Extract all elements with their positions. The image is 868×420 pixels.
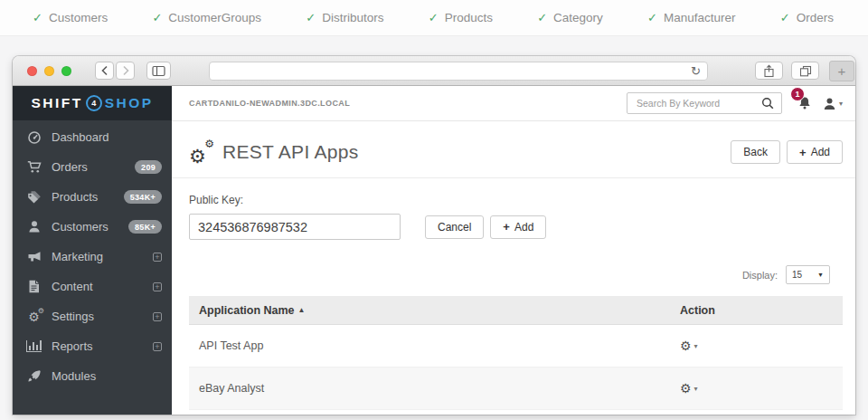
search-icon[interactable]: [761, 97, 774, 110]
apps-table: Application Name ▲ Action API Test App ⚙…: [189, 296, 843, 410]
gear-icon: ⚙: [680, 382, 692, 395]
cogs-icon: ⚙ ⚙: [189, 140, 214, 164]
sidebar-item-label: Settings: [52, 310, 153, 323]
sidebar-item-label: Orders: [52, 160, 135, 174]
share-button[interactable]: [755, 62, 783, 80]
topbar-item-label: Products: [445, 11, 493, 24]
sidebar-item-modules[interactable]: Modules: [13, 361, 172, 391]
bar-chart-icon: [25, 340, 42, 352]
display-selected-value: 15: [792, 270, 802, 280]
column-header-label: Application Name: [199, 304, 295, 317]
logo-text-right: SHOP: [105, 95, 154, 111]
user-icon: [25, 220, 42, 234]
add-button-top[interactable]: + Add: [787, 140, 843, 164]
public-key-input[interactable]: [189, 214, 401, 240]
notifications-button[interactable]: 1: [797, 96, 812, 110]
sidebar-item-label: Content: [52, 280, 153, 293]
expand-plus-icon[interactable]: +: [153, 342, 162, 351]
check-icon: ✓: [306, 11, 316, 24]
back-button-label: Back: [743, 146, 768, 158]
chevron-down-icon: ▼: [817, 272, 824, 278]
check-icon: ✓: [429, 11, 439, 24]
sidebar-item-marketing[interactable]: Marketing +: [13, 242, 172, 272]
orders-count-badge: 209: [135, 160, 162, 174]
sidebar-toggle-button[interactable]: [146, 62, 171, 80]
sidebar-panel-icon: [152, 65, 165, 77]
plus-icon: +: [503, 221, 510, 233]
plus-icon: +: [838, 63, 846, 79]
topbar-item-customers: ✓ Customers: [33, 11, 108, 24]
header-divider: [172, 177, 855, 178]
minimize-window-button[interactable]: [44, 66, 54, 76]
topbar-item-distributors: ✓ Distributors: [306, 11, 383, 24]
check-icon: ✓: [780, 11, 790, 24]
products-count-badge: 534K+: [124, 190, 162, 204]
admin-app: SHIFT 4 SHOP Dashboard Orders 209: [13, 86, 855, 415]
gear-icon: ⚙: [680, 339, 692, 352]
browser-window: ↻ + SHIFT 4 SHOP: [13, 56, 855, 415]
sidebar-item-label: Customers: [52, 220, 128, 234]
check-icon: ✓: [152, 11, 162, 24]
back-button[interactable]: Back: [731, 140, 780, 164]
column-header-application-name[interactable]: Application Name ▲: [189, 304, 680, 317]
add-button-label: Add: [811, 146, 830, 158]
plus-icon: +: [799, 147, 807, 158]
reload-icon[interactable]: ↻: [691, 65, 701, 77]
expand-plus-icon[interactable]: +: [153, 312, 162, 321]
keyword-search-box[interactable]: [627, 92, 782, 114]
file-icon: [25, 280, 42, 293]
row-action-menu[interactable]: ⚙ ▾: [680, 339, 843, 352]
cart-icon: [25, 160, 42, 174]
search-input[interactable]: [635, 97, 761, 110]
gears-icon: ⚙ ⚙: [25, 310, 42, 323]
logo-number-badge: 4: [86, 95, 102, 111]
expand-plus-icon[interactable]: +: [153, 282, 162, 291]
shift4shop-logo[interactable]: SHIFT 4 SHOP: [13, 86, 172, 120]
display-count-select[interactable]: 15 ▼: [786, 265, 830, 284]
topbar-item-label: Orders: [797, 11, 834, 24]
expand-plus-icon[interactable]: +: [153, 253, 162, 262]
address-bar[interactable]: ↻: [209, 62, 708, 81]
tab-overview-button[interactable]: [791, 62, 819, 80]
sidebar-item-label: Products: [52, 190, 124, 204]
sidebar-item-content[interactable]: Content +: [13, 272, 172, 301]
sidebar-item-orders[interactable]: Orders 209: [13, 152, 172, 182]
column-header-action: Action: [680, 304, 843, 317]
gauge-icon: [25, 130, 42, 145]
chevron-down-icon: ▾: [839, 100, 843, 108]
check-icon: ✓: [33, 11, 42, 24]
chevron-right-icon: [121, 65, 130, 76]
browser-chrome: ↻ +: [13, 56, 855, 86]
megaphone-icon: [25, 251, 42, 263]
public-key-label: Public Key:: [189, 194, 843, 206]
tags-icon: [25, 190, 42, 204]
zoom-window-button[interactable]: [61, 66, 71, 76]
validation-topbar: ✓ Customers ✓ CustomerGroups ✓ Distribut…: [0, 0, 868, 36]
browser-forward-button[interactable]: [116, 62, 135, 80]
rocket-icon: [25, 369, 42, 383]
public-key-row: Cancel + Add: [189, 214, 843, 240]
sidebar-item-reports[interactable]: Reports +: [13, 331, 172, 361]
close-window-button[interactable]: [27, 66, 37, 76]
app-name-cell: API Test App: [189, 339, 680, 352]
table-header-row: Application Name ▲ Action: [189, 296, 843, 325]
sidebar-item-customers[interactable]: Customers 85K+: [13, 212, 172, 242]
sidebar-item-settings[interactable]: ⚙ ⚙ Settings +: [13, 301, 172, 331]
admin-header: CARTDANILO-NEWADMIN.3DC.LOCAL 1 ▾: [172, 86, 855, 121]
sidebar-item-label: Marketing: [52, 250, 153, 263]
new-tab-button[interactable]: +: [829, 61, 854, 81]
share-icon: [763, 64, 775, 78]
add-button-form[interactable]: + Add: [490, 215, 546, 239]
browser-back-button[interactable]: [95, 62, 114, 80]
cancel-button[interactable]: Cancel: [425, 215, 484, 239]
sidebar-menu: Dashboard Orders 209 Products 534K+: [13, 120, 172, 391]
sidebar-item-products[interactable]: Products 534K+: [13, 182, 172, 212]
sidebar-item-dashboard[interactable]: Dashboard: [13, 122, 172, 152]
store-domain: CARTDANILO-NEWADMIN.3DC.LOCAL: [189, 99, 350, 108]
chevron-down-icon: ▾: [694, 385, 698, 393]
add-button-label: Add: [514, 221, 533, 234]
row-action-menu[interactable]: ⚙ ▾: [680, 382, 843, 395]
address-input[interactable]: [216, 64, 691, 77]
account-menu-button[interactable]: ▾: [823, 97, 843, 110]
page-title: REST API Apps: [222, 141, 359, 163]
